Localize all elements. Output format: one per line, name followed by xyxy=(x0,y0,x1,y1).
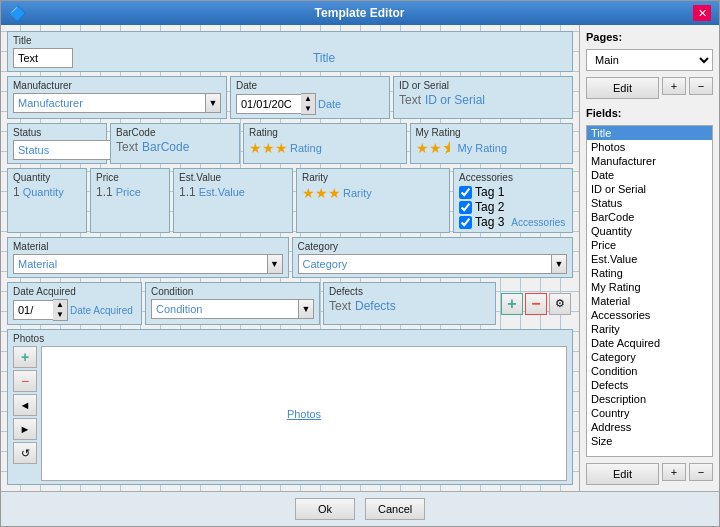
fields-list-item[interactable]: Condition xyxy=(587,364,712,378)
photos-rotate-button[interactable]: ↺ xyxy=(13,442,37,464)
estval-section: Est.Value 1.1 Est.Value xyxy=(173,168,293,233)
pages-edit-button[interactable]: Edit xyxy=(586,77,659,99)
price-value: 1.1 xyxy=(96,185,113,199)
tag1-checkbox[interactable] xyxy=(459,186,472,199)
dateacq-section: Date Acquired ▲ ▼ Date Acquired xyxy=(7,282,142,325)
date-spin-down[interactable]: ▼ xyxy=(301,104,315,114)
footer-bar: Ok Cancel xyxy=(1,491,719,526)
barcode-text: Text xyxy=(116,140,138,154)
config-field-button[interactable]: ⚙ xyxy=(549,293,571,315)
fields-list-item[interactable]: Manufacturer xyxy=(587,154,712,168)
fields-list-item[interactable]: Photos xyxy=(587,140,712,154)
price-section: Price 1.1 Price xyxy=(90,168,170,233)
fields-list-item[interactable]: Material xyxy=(587,294,712,308)
photos-down-button[interactable]: ► xyxy=(13,418,37,440)
fields-label: Fields: xyxy=(586,107,713,119)
pages-add-button[interactable]: + xyxy=(662,77,686,95)
date-section: Date ▲ ▼ Date xyxy=(230,76,390,119)
title-value-display: Title xyxy=(81,51,567,65)
rating-label: Rating xyxy=(249,127,401,138)
fields-add-button[interactable]: + xyxy=(662,463,686,481)
manufacturer-dropdown-arrow[interactable]: ▼ xyxy=(205,93,221,113)
photos-display-area: Photos xyxy=(41,346,567,481)
pages-select[interactable]: Main xyxy=(586,49,713,71)
material-input[interactable] xyxy=(13,254,267,274)
photos-sidebar: + − ◄ ► ↺ xyxy=(13,346,37,481)
category-input[interactable] xyxy=(298,254,552,274)
ok-button[interactable]: Ok xyxy=(295,498,355,520)
status-section: Status ▼ xyxy=(7,123,107,164)
title-text-input[interactable] xyxy=(13,48,73,68)
cancel-button[interactable]: Cancel xyxy=(365,498,425,520)
fields-list: TitlePhotosManufacturerDateID or SerialS… xyxy=(586,125,713,457)
rating-placeholder: Rating xyxy=(290,142,322,154)
fields-list-item[interactable]: Defects xyxy=(587,378,712,392)
photos-up-button[interactable]: ◄ xyxy=(13,394,37,416)
close-button[interactable]: ✕ xyxy=(693,5,711,21)
rating-stars: ★★★ xyxy=(249,140,288,156)
condition-dropdown-arrow[interactable]: ▼ xyxy=(298,299,314,319)
fields-list-item[interactable]: Address xyxy=(587,420,712,434)
estval-label: Est.Value xyxy=(179,172,287,183)
fields-list-item[interactable]: Category xyxy=(587,350,712,364)
accessories-link[interactable]: Accessories xyxy=(511,217,565,228)
dateacq-spin-down[interactable]: ▼ xyxy=(53,310,67,320)
main-window: 🔷 Template Editor ✕ Title Title Manufact… xyxy=(0,0,720,527)
photos-link[interactable]: Photos xyxy=(287,408,321,420)
estval-placeholder: Est.Value xyxy=(199,186,245,198)
rating-section: Rating ★★★ Rating xyxy=(243,123,407,164)
add-field-button[interactable]: + xyxy=(501,293,523,315)
defects-section: Defects Text Defects xyxy=(323,282,496,325)
rarity-stars: ★★★ xyxy=(302,185,341,201)
material-label: Material xyxy=(13,241,283,252)
photos-remove-button[interactable]: − xyxy=(13,370,37,392)
dateacq-spin-up[interactable]: ▲ xyxy=(53,300,67,310)
dateacq-placeholder: Date Acquired xyxy=(70,305,133,316)
id-placeholder: ID or Serial xyxy=(425,93,485,107)
date-spin-up[interactable]: ▲ xyxy=(301,94,315,104)
accessories-label: Accessories xyxy=(459,172,567,183)
tag1-item: Tag 1 xyxy=(459,185,567,199)
pages-label: Pages: xyxy=(586,31,713,43)
date-input[interactable] xyxy=(236,94,301,114)
fields-list-item[interactable]: Price xyxy=(587,238,712,252)
fields-list-item[interactable]: Date xyxy=(587,168,712,182)
manufacturer-input[interactable] xyxy=(13,93,205,113)
category-dropdown-arrow[interactable]: ▼ xyxy=(551,254,567,274)
fields-list-item[interactable]: ID or Serial xyxy=(587,182,712,196)
fields-list-item[interactable]: Status xyxy=(587,196,712,210)
fields-list-item[interactable]: My Rating xyxy=(587,280,712,294)
tag3-item: Tag 3 Accessories xyxy=(459,215,567,229)
photos-add-button[interactable]: + xyxy=(13,346,37,368)
fields-list-item[interactable]: Title xyxy=(587,126,712,140)
fields-list-item[interactable]: Description xyxy=(587,392,712,406)
tag2-checkbox[interactable] xyxy=(459,201,472,214)
fields-list-item[interactable]: Accessories xyxy=(587,308,712,322)
material-combo: ▼ xyxy=(13,254,283,274)
fields-edit-button[interactable]: Edit xyxy=(586,463,659,485)
myrating-section: My Rating ★★⯨ My Rating xyxy=(410,123,574,164)
fields-list-item[interactable]: Rating xyxy=(587,266,712,280)
fields-del-button[interactable]: − xyxy=(689,463,713,481)
status-combo: ▼ xyxy=(13,140,101,160)
fields-list-item[interactable]: Date Acquired xyxy=(587,336,712,350)
dateacq-input[interactable] xyxy=(13,300,53,320)
fields-list-item[interactable]: Rarity xyxy=(587,322,712,336)
condition-input[interactable] xyxy=(151,299,298,319)
dateacq-spin: ▲ ▼ xyxy=(13,299,68,321)
tag3-checkbox[interactable] xyxy=(459,216,472,229)
pages-del-button[interactable]: − xyxy=(689,77,713,95)
remove-field-button[interactable]: − xyxy=(525,293,547,315)
id-label: ID or Serial xyxy=(399,80,567,91)
material-dropdown-arrow[interactable]: ▼ xyxy=(267,254,283,274)
fields-list-item[interactable]: Country xyxy=(587,406,712,420)
material-section: Material ▼ xyxy=(7,237,289,278)
fields-list-item[interactable]: Quantity xyxy=(587,224,712,238)
fields-list-item[interactable]: Est.Value xyxy=(587,252,712,266)
fields-list-item[interactable]: Size xyxy=(587,434,712,448)
category-section: Category ▼ xyxy=(292,237,574,278)
defects-placeholder: Defects xyxy=(355,299,396,313)
dateacq-spin-buttons: ▲ ▼ xyxy=(53,299,68,321)
main-panel: Title Title Manufacturer ▼ D xyxy=(1,25,579,491)
fields-list-item[interactable]: BarCode xyxy=(587,210,712,224)
